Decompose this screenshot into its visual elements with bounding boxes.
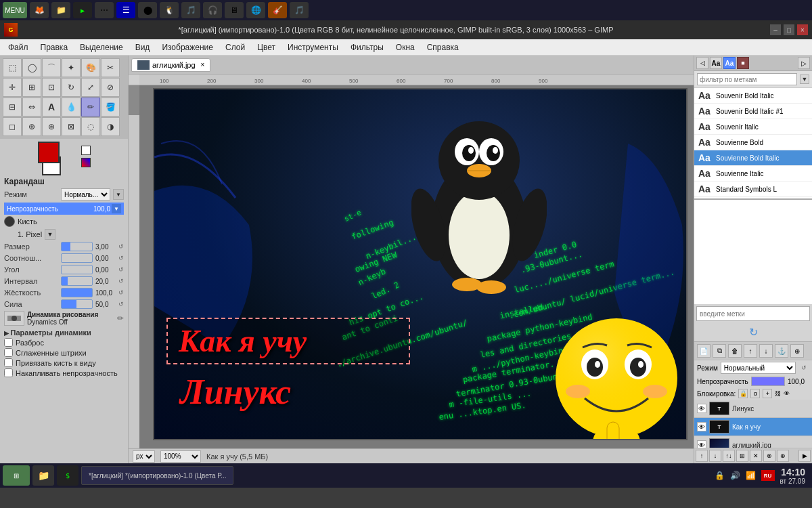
hardness-reset-btn[interactable]: ↺ <box>118 289 124 296</box>
lockbrush-checkbox[interactable] <box>4 358 13 367</box>
font-item-1[interactable]: Aa Souvenir Bold Italic #1 <box>694 104 812 119</box>
lock-pixels-btn[interactable]: 🔒 <box>738 389 748 398</box>
canvas-image[interactable]: st-e following n-keybil... owing NEW n-k… <box>153 88 687 440</box>
tool-shear[interactable]: ⊘ <box>101 78 120 97</box>
refresh-button[interactable]: ↻ <box>694 323 812 341</box>
close-button[interactable]: × <box>797 24 808 35</box>
menu-tools[interactable]: Инструменты <box>282 41 344 54</box>
force-reset-btn[interactable]: ↺ <box>118 301 124 308</box>
taskbar-kde[interactable]: ☰ <box>116 2 135 18</box>
taskbar-headphone[interactable]: 🎧 <box>203 2 222 18</box>
tool-eraser[interactable]: ◻ <box>3 117 22 136</box>
taskbar-gimp-task[interactable]: *[аглицкий] *(импортировано)-1.0 (Цвета … <box>81 466 233 485</box>
tool-move[interactable]: ✛ <box>3 78 22 97</box>
layer-action-5[interactable]: ✕ <box>750 450 762 462</box>
layers-down-btn[interactable]: ↓ <box>759 344 773 358</box>
zoom-select[interactable]: 100% <box>160 450 201 463</box>
taskbar-firefox[interactable]: 🦊 <box>30 2 49 18</box>
layers-up-btn[interactable]: ↑ <box>744 344 757 358</box>
tool-lasso[interactable]: ⌒ <box>42 58 61 77</box>
chain-icon[interactable]: ⛓ <box>775 390 781 397</box>
tool-colorpick[interactable]: 💧 <box>62 98 81 117</box>
layers-new-btn[interactable]: 📄 <box>697 344 710 358</box>
menu-windows[interactable]: Окна <box>390 41 420 54</box>
layer-mode-reset[interactable]: ↺ <box>798 362 809 373</box>
font-item-0[interactable]: Aa Souvenir Bold Italic <box>694 88 812 104</box>
tab-close-icon[interactable]: × <box>201 61 205 68</box>
layer-opacity-slider[interactable] <box>751 377 785 386</box>
layer-eye-0[interactable]: 👁 <box>697 404 706 413</box>
foreground-color-swatch[interactable] <box>38 142 60 163</box>
panel-color-icon[interactable]: ■ <box>737 57 749 69</box>
mode-options-btn[interactable]: ▼ <box>113 189 124 200</box>
layer-action-8[interactable]: ▶ <box>798 450 811 462</box>
taskbar-terminal[interactable]: ▶ <box>73 2 92 18</box>
menu-edit[interactable]: Правка <box>35 41 74 54</box>
menu-file[interactable]: Файл <box>3 41 34 54</box>
angle-slider[interactable] <box>61 265 93 274</box>
menu-layer[interactable]: Слой <box>220 41 250 54</box>
canvas-scroll-area[interactable]: st-e following n-keybil... owing NEW n-k… <box>139 85 694 448</box>
font-item-4[interactable]: Aa Souvienne Bold Italic <box>694 150 812 166</box>
taskbar-app-menu[interactable]: MENU <box>3 2 27 18</box>
layer-mode-select[interactable]: Нормальный <box>721 362 796 374</box>
taskbar-more[interactable]: ⋯ <box>95 2 114 18</box>
layer-action-3[interactable]: ↑↓ <box>723 450 735 462</box>
menu-color[interactable]: Цвет <box>252 41 281 54</box>
taskbar-start-btn[interactable]: ⊞ <box>3 465 30 486</box>
layer-action-4[interactable]: ⊞ <box>736 450 748 462</box>
maximize-button[interactable]: □ <box>784 24 794 35</box>
reset-colors[interactable] <box>81 146 91 155</box>
force-slider[interactable] <box>61 299 93 309</box>
dynamics-edit-btn[interactable]: ✏ <box>117 314 124 323</box>
tool-select-by-color[interactable]: 🎨 <box>81 58 100 77</box>
tool-scissors[interactable]: ✂ <box>101 58 120 77</box>
ratio-slider[interactable] <box>61 253 93 263</box>
layers-anchor-btn[interactable]: ⚓ <box>775 344 788 358</box>
image-tab-main[interactable]: аглицкий.jpg × <box>131 58 210 72</box>
tool-rotate[interactable]: ↻ <box>62 78 81 97</box>
tool-ellipse-select[interactable]: ◯ <box>22 58 41 77</box>
filter-dropdown-btn[interactable]: ▼ <box>800 75 809 84</box>
font-item-3[interactable]: Aa Souvienne Bold <box>694 135 812 150</box>
menu-help[interactable]: Справка <box>422 41 464 54</box>
taskbar-music2[interactable]: 🎵 <box>290 2 309 18</box>
minimize-button[interactable]: – <box>770 24 781 35</box>
font-item-6[interactable]: Aa Standard Symbols L <box>694 182 812 197</box>
font-item-5[interactable]: Aa Souvienne Italic <box>694 166 812 182</box>
ratio-reset-btn[interactable]: ↺ <box>118 255 124 261</box>
panel-fonts-aa-2[interactable]: Aa <box>723 57 736 69</box>
panel-btn-1[interactable]: ◁ <box>696 57 708 69</box>
layer-eye-1[interactable]: 👁 <box>697 422 706 431</box>
tool-perspective[interactable]: ⊟ <box>3 98 22 117</box>
tool-rect-select[interactable]: ⬚ <box>3 58 22 77</box>
hardness-slider[interactable] <box>61 288 93 297</box>
taskbar-sound-icon[interactable]: 🔊 <box>730 471 740 480</box>
accumulate-checkbox[interactable] <box>4 368 13 377</box>
lock-alpha-btn[interactable]: α <box>750 389 760 398</box>
layer-eye-2[interactable]: 👁 <box>697 440 706 448</box>
size-reset-btn[interactable]: ↺ <box>118 243 124 250</box>
dynamics-params-header[interactable]: Параметры динамики <box>4 329 124 337</box>
interval-reset-btn[interactable]: ↺ <box>118 278 124 284</box>
taskbar-monitor[interactable]: 🖥 <box>225 2 244 18</box>
taskbar-music1[interactable]: 🎵 <box>181 2 200 18</box>
lock-position-btn[interactable]: + <box>763 389 772 398</box>
eye-icon[interactable]: 👁 <box>784 390 790 397</box>
layer-action-1[interactable]: ↑ <box>696 450 708 462</box>
taskbar-files-btn[interactable]: 📁 <box>32 465 54 486</box>
smoothstroke-checkbox[interactable] <box>4 348 13 357</box>
interval-slider[interactable] <box>61 276 93 286</box>
angle-reset-btn[interactable]: ↺ <box>118 266 124 273</box>
tool-crop[interactable]: ⊡ <box>42 78 61 97</box>
tool-pencil[interactable]: ✏ <box>81 98 100 117</box>
menu-image[interactable]: Изображение <box>156 41 219 54</box>
tool-text[interactable]: A <box>42 98 61 117</box>
taskbar-penguin[interactable]: 🐧 <box>160 2 179 18</box>
layer-action-2[interactable]: ↓ <box>709 450 721 462</box>
taskbar-lock-icon[interactable]: 🔒 <box>715 471 725 480</box>
tool-paintbucket[interactable]: 🪣 <box>101 98 120 117</box>
tool-dodge[interactable]: ◑ <box>101 117 120 136</box>
menu-filters[interactable]: Фильтры <box>345 41 389 54</box>
opacity-adjust-btn[interactable]: ▼ <box>112 204 121 213</box>
